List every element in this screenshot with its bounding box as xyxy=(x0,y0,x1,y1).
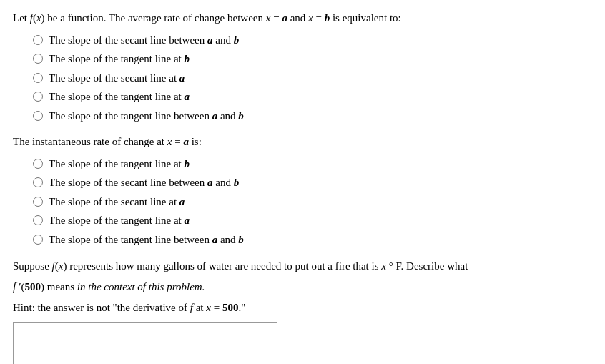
q2-option-5[interactable]: The slope of the tangent line between a … xyxy=(33,232,592,248)
q1-radio-5[interactable] xyxy=(33,111,43,121)
q1-stem: Let f(x) be a function. The average rate… xyxy=(13,10,592,26)
q2-option-1[interactable]: The slope of the tangent line at b xyxy=(33,156,592,172)
q1-label-2: The slope of the tangent line at b xyxy=(49,51,190,67)
q2-stem: The instantaneous rate of change at x = … xyxy=(13,134,592,150)
q1-label-1: The slope of the secant line between a a… xyxy=(49,32,239,49)
q1-label-4: The slope of the tangent line at a xyxy=(49,89,190,105)
q2-label-1: The slope of the tangent line at b xyxy=(49,156,190,172)
question-3: Suppose f(x) represents how many gallons… xyxy=(13,257,592,364)
question-2: The instantaneous rate of change at x = … xyxy=(13,134,592,247)
q2-radio-2[interactable] xyxy=(33,177,43,187)
q1-options: The slope of the secant line between a a… xyxy=(33,32,592,124)
q2-radio-3[interactable] xyxy=(33,197,43,207)
q2-label-3: The slope of the secant line at a xyxy=(49,194,185,210)
q2-option-4[interactable]: The slope of the tangent line at a xyxy=(33,212,592,229)
q1-radio-2[interactable] xyxy=(33,54,43,64)
q1-option-3[interactable]: The slope of the secant line at a xyxy=(33,70,592,87)
q2-radio-4[interactable] xyxy=(33,215,43,225)
q1-radio-4[interactable] xyxy=(33,92,43,102)
q2-options: The slope of the tangent line at b The s… xyxy=(33,156,592,248)
q1-option-5[interactable]: The slope of the tangent line between a … xyxy=(33,108,592,124)
q1-option-4[interactable]: The slope of the tangent line at a xyxy=(33,89,592,105)
q2-option-3[interactable]: The slope of the secant line at a xyxy=(33,194,592,210)
q1-radio-3[interactable] xyxy=(33,73,43,83)
q3-intro: Suppose f(x) represents how many gallons… xyxy=(13,257,592,275)
q3-answer-input[interactable] xyxy=(13,322,277,364)
q3-hint: Hint: the answer is not "the derivative … xyxy=(13,299,592,316)
q2-radio-5[interactable] xyxy=(33,235,43,245)
q1-label-5: The slope of the tangent line between a … xyxy=(49,108,244,124)
q2-option-2[interactable]: The slope of the secant line between a a… xyxy=(33,174,592,191)
q2-label-4: The slope of the tangent line at a xyxy=(49,212,190,229)
q3-derivative: f ′(500) means in the context of this pr… xyxy=(13,277,592,296)
q2-label-2: The slope of the secant line between a a… xyxy=(49,174,239,191)
question-1: Let f(x) be a function. The average rate… xyxy=(13,10,592,124)
q1-option-1[interactable]: The slope of the secant line between a a… xyxy=(33,32,592,49)
q1-radio-1[interactable] xyxy=(33,35,43,45)
q1-option-2[interactable]: The slope of the tangent line at b xyxy=(33,51,592,67)
q2-radio-1[interactable] xyxy=(33,159,43,169)
q1-label-3: The slope of the secant line at a xyxy=(49,70,185,87)
q2-label-5: The slope of the tangent line between a … xyxy=(49,232,244,248)
